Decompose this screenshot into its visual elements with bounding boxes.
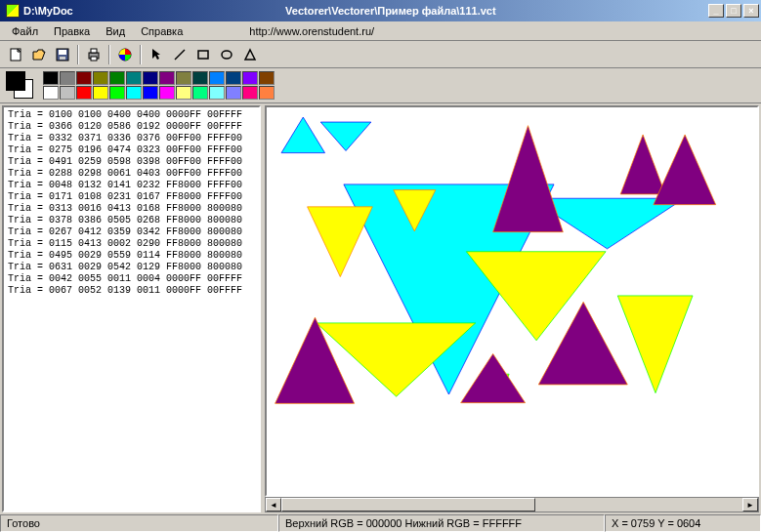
- data-panel: Tria = 0100 0100 0400 0400 0000FF 00FFFF…: [2, 105, 261, 512]
- palette-swatch-12[interactable]: [242, 71, 258, 85]
- status-xy: X = 0759 Y = 0604: [605, 514, 761, 532]
- separator: [108, 45, 110, 64]
- svg-point-10: [222, 51, 232, 59]
- palette-swatch-26[interactable]: [242, 86, 258, 100]
- fg-color-swatch[interactable]: [6, 71, 25, 91]
- separator: [140, 45, 142, 64]
- triangle-shape[interactable]: [620, 135, 665, 194]
- menu-help[interactable]: Справка: [133, 23, 190, 39]
- scroll-thumb[interactable]: [281, 498, 535, 512]
- color-palette: [43, 71, 275, 100]
- open-button[interactable]: [27, 44, 51, 65]
- print-button[interactable]: [82, 44, 106, 65]
- triangle-shape[interactable]: [654, 135, 716, 205]
- palette-swatch-16[interactable]: [76, 86, 92, 100]
- palette-swatch-9[interactable]: [192, 71, 208, 85]
- palette-swatch-15[interactable]: [60, 86, 75, 100]
- palette-swatch-14[interactable]: [43, 86, 59, 100]
- canvas-wrap: ◄ ►: [265, 105, 759, 512]
- maximize-button[interactable]: □: [726, 4, 741, 18]
- triangle-shape[interactable]: [281, 117, 324, 153]
- triangle-tool[interactable]: [238, 44, 262, 65]
- color-bar: [0, 68, 761, 103]
- svg-line-8: [175, 50, 185, 60]
- triangle-shape[interactable]: [320, 122, 371, 150]
- current-colors[interactable]: [6, 71, 35, 101]
- close-button[interactable]: ×: [743, 4, 759, 18]
- ellipse-tool[interactable]: [215, 44, 238, 65]
- app-title: Vectorer\Vectorer\Пример файла\111.vct: [73, 5, 708, 17]
- svg-rect-9: [198, 51, 208, 59]
- menu-file[interactable]: Файл: [4, 23, 46, 39]
- toolbar: [0, 41, 761, 68]
- scroll-right-arrow[interactable]: ►: [742, 498, 758, 512]
- menu-view[interactable]: Вид: [98, 23, 133, 39]
- palette-swatch-6[interactable]: [143, 71, 158, 85]
- app-icon: [6, 4, 20, 18]
- scroll-left-arrow[interactable]: ◄: [266, 498, 281, 512]
- triangle-shape[interactable]: [493, 126, 564, 232]
- shape-data-list: Tria = 0100 0100 0400 0400 0000FF 00FFFF…: [4, 107, 259, 299]
- palette-swatch-4[interactable]: [109, 71, 125, 85]
- line-tool[interactable]: [168, 44, 191, 65]
- palette-swatch-24[interactable]: [209, 86, 225, 100]
- palette-swatch-2[interactable]: [76, 71, 92, 85]
- drawing-svg: [267, 107, 757, 495]
- palette-swatch-13[interactable]: [259, 71, 275, 85]
- palette-swatch-17[interactable]: [93, 86, 108, 100]
- titlebar: D:\MyDoc Vectorer\Vectorer\Пример файла\…: [0, 0, 761, 21]
- svg-rect-2: [59, 50, 66, 55]
- palette-swatch-20[interactable]: [143, 86, 158, 100]
- svg-rect-5: [91, 49, 97, 53]
- menubar: Файл Правка Вид Справка http://www.orens…: [0, 21, 761, 41]
- triangle-shape[interactable]: [308, 207, 373, 277]
- save-button[interactable]: [51, 44, 74, 65]
- status-rgb: Верхний RGB = 000000 Нижний RGB = FFFFFF: [278, 514, 605, 532]
- palette-swatch-3[interactable]: [93, 71, 108, 85]
- triangle-shape[interactable]: [461, 353, 526, 402]
- palette-swatch-23[interactable]: [192, 86, 208, 100]
- statusbar: Готово Верхний RGB = 000000 Нижний RGB =…: [0, 514, 761, 532]
- new-button[interactable]: [4, 44, 27, 65]
- minimize-button[interactable]: _: [708, 4, 724, 18]
- separator: [77, 45, 79, 64]
- svg-rect-6: [91, 57, 97, 61]
- palette-swatch-19[interactable]: [126, 86, 142, 100]
- triangle-shape[interactable]: [617, 296, 693, 393]
- palette-swatch-18[interactable]: [109, 86, 125, 100]
- color-wheel-button[interactable]: [113, 44, 137, 65]
- status-ready: Готово: [0, 514, 278, 532]
- palette-swatch-1[interactable]: [60, 71, 75, 85]
- pointer-tool[interactable]: [145, 44, 168, 65]
- palette-swatch-25[interactable]: [226, 86, 241, 100]
- palette-swatch-22[interactable]: [176, 86, 191, 100]
- doc-path: D:\MyDoc: [23, 5, 73, 17]
- palette-swatch-7[interactable]: [159, 71, 175, 85]
- rect-tool[interactable]: [191, 44, 215, 65]
- palette-swatch-0[interactable]: [43, 71, 59, 85]
- canvas[interactable]: [265, 105, 759, 497]
- palette-swatch-8[interactable]: [176, 71, 191, 85]
- palette-swatch-21[interactable]: [159, 86, 175, 100]
- url-text: http://www.orenstudent.ru/: [249, 25, 374, 37]
- workspace: Tria = 0100 0100 0400 0400 0000FF 00FFFF…: [0, 103, 761, 514]
- horizontal-scrollbar[interactable]: ◄ ►: [265, 497, 759, 512]
- menu-edit[interactable]: Правка: [46, 23, 98, 39]
- palette-swatch-11[interactable]: [226, 71, 241, 85]
- palette-swatch-27[interactable]: [259, 86, 275, 100]
- svg-rect-3: [60, 57, 65, 60]
- palette-swatch-10[interactable]: [209, 71, 225, 85]
- palette-swatch-5[interactable]: [126, 71, 142, 85]
